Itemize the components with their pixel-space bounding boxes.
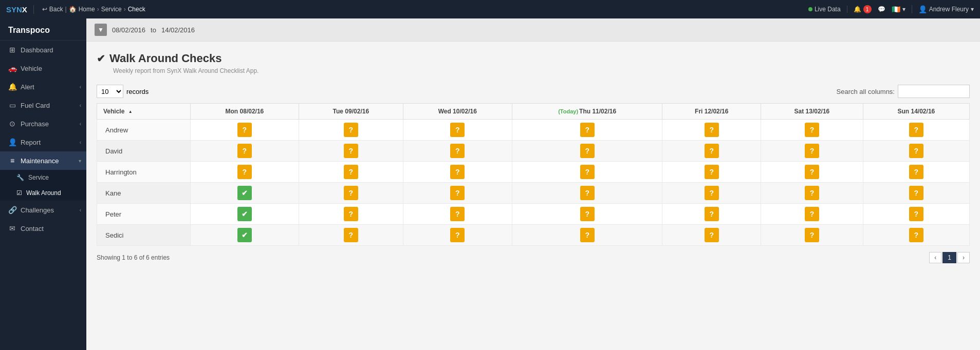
status-button-sat[interactable]: ? bbox=[805, 144, 819, 158]
status-button-wed[interactable]: ? bbox=[450, 144, 465, 158]
filter-icon[interactable]: ▼ bbox=[95, 24, 107, 36]
status-button-sat[interactable]: ? bbox=[805, 165, 819, 179]
status-button-fri[interactable]: ? bbox=[705, 144, 719, 158]
status-button-sun[interactable]: ? bbox=[909, 144, 923, 158]
chevron-right-icon: ‹ bbox=[80, 140, 81, 145]
logo: SYNX bbox=[6, 5, 34, 14]
status-button-thu[interactable]: ? bbox=[580, 207, 595, 221]
status-button-tue[interactable]: ? bbox=[344, 228, 358, 242]
status-button-fri[interactable]: ? bbox=[705, 228, 719, 242]
status-button-sun[interactable]: ? bbox=[909, 123, 923, 137]
table-header-row: Vehicle ▲ Mon 08/02/16 Tue 09/02/16 Wed … bbox=[97, 104, 970, 120]
vehicle-cell: Sedici bbox=[97, 225, 191, 246]
sidebar-item-walk-around[interactable]: ☑ Walk Around bbox=[0, 185, 86, 201]
status-button-sun[interactable]: ? bbox=[909, 165, 923, 179]
status-button-wed[interactable]: ? bbox=[450, 165, 465, 179]
status-button-tue[interactable]: ? bbox=[344, 165, 358, 179]
top-nav-right: Live Data 🔔 1 💬 🇮🇪 ▾ 👤 Andrew Fleury ▾ bbox=[808, 5, 974, 13]
status-button-thu[interactable]: ? bbox=[580, 228, 595, 242]
sidebar-item-report[interactable]: 👤 Report ‹ bbox=[0, 133, 86, 151]
sidebar-item-contact[interactable]: ✉ Contact bbox=[0, 219, 86, 238]
next-page-button[interactable]: › bbox=[957, 252, 970, 263]
status-button-mon[interactable]: ✔ bbox=[237, 228, 252, 242]
col-mon: Mon 08/02/16 bbox=[190, 104, 299, 120]
message-icon: 💬 bbox=[878, 6, 885, 13]
status-button-mon[interactable]: ? bbox=[237, 165, 252, 179]
sidebar-item-maintenance[interactable]: ≡ Maintenance ▾ bbox=[0, 151, 86, 170]
status-button-tue[interactable]: ? bbox=[344, 123, 358, 137]
status-button-mon[interactable]: ? bbox=[237, 144, 252, 158]
cell-tue: ? bbox=[299, 225, 403, 246]
breadcrumb-service[interactable]: Service bbox=[101, 6, 122, 13]
sidebar-item-label: Challenges bbox=[21, 206, 54, 214]
cell-wed: ? bbox=[403, 141, 512, 162]
breadcrumb-sep1: | bbox=[65, 6, 67, 13]
status-button-mon[interactable]: ✔ bbox=[237, 207, 252, 221]
breadcrumb-home[interactable]: Home bbox=[79, 6, 95, 13]
status-button-tue[interactable]: ? bbox=[344, 186, 358, 200]
cell-tue: ? bbox=[299, 162, 403, 183]
status-button-tue[interactable]: ? bbox=[344, 207, 358, 221]
search-input[interactable] bbox=[898, 85, 970, 98]
language-selector[interactable]: 🇮🇪 ▾ bbox=[892, 5, 905, 13]
back-icon[interactable]: ↩ bbox=[42, 6, 47, 13]
user-menu[interactable]: 👤 Andrew Fleury ▾ bbox=[912, 5, 974, 13]
cell-thu: ? bbox=[512, 183, 662, 204]
status-button-tue[interactable]: ? bbox=[344, 144, 358, 158]
col-vehicle[interactable]: Vehicle ▲ bbox=[97, 104, 191, 120]
prev-page-button[interactable]: ‹ bbox=[929, 252, 941, 263]
cell-thu: ? bbox=[512, 141, 662, 162]
status-button-wed[interactable]: ? bbox=[450, 186, 465, 200]
status-button-thu[interactable]: ? bbox=[580, 144, 595, 158]
cell-tue: ? bbox=[299, 141, 403, 162]
vehicle-cell: Harrington bbox=[97, 162, 191, 183]
sort-icon: ▲ bbox=[128, 109, 133, 114]
status-button-sun[interactable]: ? bbox=[909, 207, 923, 221]
status-button-sat[interactable]: ? bbox=[805, 123, 819, 137]
sidebar-item-dashboard[interactable]: ⊞ Dashboard bbox=[0, 41, 86, 59]
maintenance-icon: ≡ bbox=[8, 157, 16, 165]
status-button-wed[interactable]: ? bbox=[450, 123, 465, 137]
status-button-fri[interactable]: ? bbox=[705, 186, 719, 200]
cell-sat: ? bbox=[761, 120, 863, 141]
status-button-mon[interactable]: ? bbox=[237, 123, 252, 137]
sidebar-item-label: Fuel Card bbox=[21, 102, 50, 109]
status-button-thu[interactable]: ? bbox=[580, 165, 595, 179]
page-1-button[interactable]: 1 bbox=[942, 252, 956, 263]
cell-mon: ✔ bbox=[190, 225, 299, 246]
cell-tue: ? bbox=[299, 120, 403, 141]
col-fri: Fri 12/02/16 bbox=[662, 104, 761, 120]
status-button-fri[interactable]: ? bbox=[705, 165, 719, 179]
status-button-thu[interactable]: ? bbox=[580, 123, 595, 137]
sidebar-item-alert[interactable]: 🔔 Alert ‹ bbox=[0, 77, 86, 96]
messages-button[interactable]: 💬 bbox=[878, 6, 885, 13]
table-row: Andrew??????? bbox=[97, 120, 970, 141]
breadcrumb-sep3: › bbox=[124, 6, 126, 13]
status-button-thu[interactable]: ? bbox=[580, 186, 595, 200]
status-button-fri[interactable]: ? bbox=[705, 123, 719, 137]
status-button-sun[interactable]: ? bbox=[909, 228, 923, 242]
cell-mon: ? bbox=[190, 141, 299, 162]
back-label[interactable]: Back bbox=[49, 6, 63, 13]
sidebar-item-vehicle[interactable]: 🚗 Vehicle bbox=[0, 59, 86, 77]
records-select[interactable]: 10 25 50 100 bbox=[97, 85, 123, 98]
cell-fri: ? bbox=[662, 183, 761, 204]
status-button-wed[interactable]: ? bbox=[450, 207, 465, 221]
status-button-sat[interactable]: ? bbox=[805, 186, 819, 200]
status-button-wed[interactable]: ? bbox=[450, 228, 465, 242]
status-button-sat[interactable]: ? bbox=[805, 207, 819, 221]
status-button-sun[interactable]: ? bbox=[909, 186, 923, 200]
report-icon: 👤 bbox=[8, 138, 16, 146]
cell-sat: ? bbox=[761, 162, 863, 183]
purchase-icon: ⊙ bbox=[8, 120, 16, 128]
cell-fri: ? bbox=[662, 204, 761, 225]
sidebar-item-service[interactable]: 🔧 Service bbox=[0, 170, 86, 185]
sidebar-item-fuel-card[interactable]: ▭ Fuel Card ‹ bbox=[0, 96, 86, 114]
status-button-fri[interactable]: ? bbox=[705, 207, 719, 221]
cell-sun: ? bbox=[863, 183, 969, 204]
status-button-mon[interactable]: ✔ bbox=[237, 186, 252, 200]
notifications-button[interactable]: 🔔 1 bbox=[854, 5, 872, 13]
status-button-sat[interactable]: ? bbox=[805, 228, 819, 242]
sidebar-item-purchase[interactable]: ⊙ Purchase ‹ bbox=[0, 114, 86, 133]
sidebar-item-challenges[interactable]: 🔗 Challenges ‹ bbox=[0, 201, 86, 219]
